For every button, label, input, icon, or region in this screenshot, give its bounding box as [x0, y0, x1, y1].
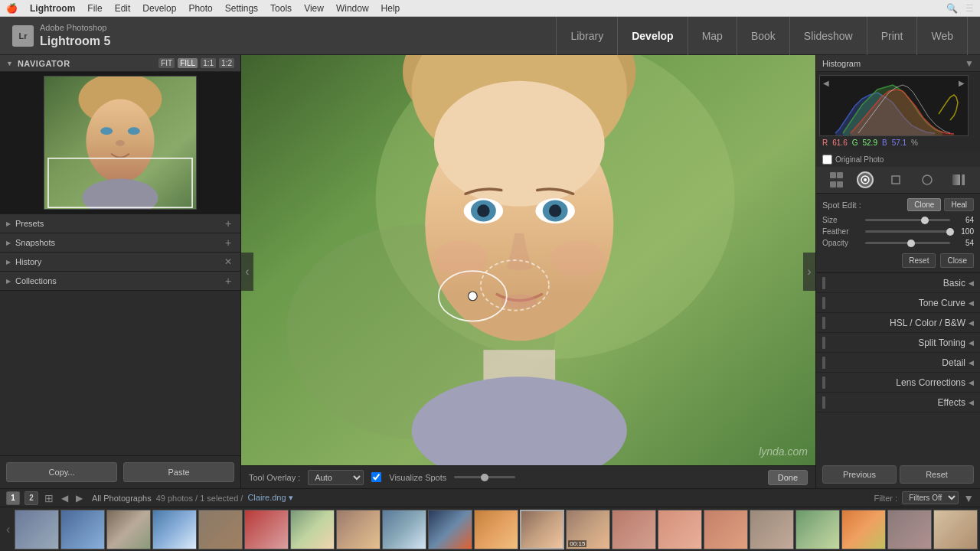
film-thumb-12[interactable] — [520, 510, 564, 549]
opacity-slider-thumb[interactable] — [907, 240, 915, 247]
filmstrip-grid-icon[interactable]: ⊞ — [43, 491, 55, 506]
collections-header[interactable]: ▶ Collections + — [0, 272, 240, 290]
feather-slider[interactable] — [865, 230, 950, 233]
menu-tools[interactable]: Tools — [270, 3, 292, 14]
film-thumb-19[interactable] — [841, 510, 886, 549]
grid-tool-icon[interactable] — [828, 171, 844, 189]
effects-module[interactable]: Effects ◀ — [816, 393, 980, 412]
film-thumb-20[interactable] — [887, 510, 932, 549]
menu-window[interactable]: Window — [336, 3, 369, 14]
film-thumb-1[interactable] — [15, 510, 59, 549]
original-photo-checkbox[interactable] — [822, 155, 832, 165]
spot-reset-button[interactable]: Reset — [902, 253, 936, 268]
image-area[interactable]: lynda.com — [241, 55, 815, 465]
visualize-slider[interactable] — [454, 476, 515, 478]
tab-slideshow[interactable]: Slideshow — [790, 17, 867, 55]
split-toning-module[interactable]: Split Toning ◀ — [816, 333, 980, 353]
filmstrip-filter-select[interactable]: Filters Off Flagged Rejected Rated — [902, 491, 959, 504]
menu-edit[interactable]: Edit — [115, 3, 131, 14]
histogram-expand-icon[interactable]: ▼ — [965, 58, 974, 69]
menu-view[interactable]: View — [304, 3, 324, 14]
tab-develop[interactable]: Develop — [618, 17, 688, 55]
filmstrip-prev-nav[interactable]: ◀ — [60, 491, 70, 505]
spot-heal-tool-icon[interactable] — [857, 171, 874, 188]
overlay-select[interactable]: Auto Always Never Selected — [308, 470, 364, 485]
history-close-icon[interactable]: ✕ — [222, 256, 234, 268]
filmstrip-next-nav[interactable]: ▶ — [74, 491, 84, 505]
film-thumb-16[interactable] — [704, 510, 748, 549]
filmstrip-dropdown-icon[interactable]: ▾ — [289, 493, 293, 502]
tab-library[interactable]: Library — [556, 17, 618, 55]
menu-photo[interactable]: Photo — [188, 3, 212, 14]
grad-tool-icon[interactable] — [949, 171, 968, 189]
film-thumb-6[interactable] — [244, 510, 289, 549]
size-slider-thumb[interactable] — [921, 217, 929, 224]
apple-menu[interactable]: 🍎 — [6, 3, 18, 14]
history-header[interactable]: ▶ History ✕ — [0, 253, 240, 271]
paste-button[interactable]: Paste — [123, 462, 234, 482]
presets-add-icon[interactable]: + — [222, 217, 234, 230]
histogram-left-arrow[interactable]: ◀ — [823, 79, 829, 87]
filmstrip-filter-icon[interactable]: ▼ — [963, 492, 974, 504]
presets-header[interactable]: ▶ Presets + — [0, 214, 240, 233]
copy-button[interactable]: Copy... — [6, 462, 117, 482]
film-thumb-8[interactable] — [336, 510, 381, 549]
film-thumb-21[interactable] — [933, 510, 978, 549]
visualize-spots-checkbox[interactable] — [371, 472, 381, 482]
detail-module[interactable]: Detail ◀ — [816, 353, 980, 373]
nav-fit-btn[interactable]: FIT — [158, 58, 175, 68]
film-thumb-17[interactable] — [750, 510, 794, 549]
basic-module[interactable]: Basic ◀ — [816, 273, 980, 293]
tab-web[interactable]: Web — [917, 17, 968, 55]
menu-help[interactable]: Help — [381, 3, 400, 14]
previous-button[interactable]: Previous — [822, 465, 897, 484]
snapshots-header[interactable]: ▶ Snapshots + — [0, 233, 240, 252]
app-name[interactable]: Lightroom — [30, 3, 75, 14]
film-thumb-3[interactable] — [106, 510, 151, 549]
histogram-right-arrow[interactable]: ▶ — [959, 79, 965, 87]
tab-print[interactable]: Print — [867, 17, 918, 55]
snapshots-add-icon[interactable]: + — [222, 236, 234, 249]
clone-button[interactable]: Clone — [907, 198, 941, 211]
heal-button[interactable]: Heal — [944, 198, 974, 211]
reset-all-button[interactable]: Reset — [900, 465, 974, 484]
tone-curve-module[interactable]: Tone Curve ◀ — [816, 293, 980, 313]
radial-tool-icon[interactable] — [918, 171, 936, 189]
lens-corrections-module[interactable]: Lens Corrections ◀ — [816, 373, 980, 393]
film-thumb-13[interactable]: 00:15 — [566, 510, 610, 549]
nav-fill-btn[interactable]: FILL — [178, 58, 198, 68]
film-thumb-10[interactable] — [428, 510, 472, 549]
film-thumb-4[interactable] — [152, 510, 197, 549]
collections-add-icon[interactable]: + — [222, 275, 234, 287]
left-panel-toggle[interactable]: ‹ — [241, 253, 253, 291]
menu-develop[interactable]: Develop — [142, 3, 176, 14]
nav-1-1-btn[interactable]: 1:1 — [201, 58, 216, 68]
film-thumb-11[interactable] — [474, 510, 518, 549]
menu-file[interactable]: File — [87, 3, 102, 14]
menu-list-icon[interactable]: ☰ — [965, 3, 974, 14]
search-icon[interactable]: 🔍 — [946, 3, 958, 14]
visualize-slider-thumb[interactable] — [481, 474, 488, 481]
film-thumb-5[interactable] — [198, 510, 243, 549]
filmstrip-page-1[interactable]: 1 — [6, 491, 20, 505]
film-thumb-18[interactable] — [795, 510, 840, 549]
navigator-header[interactable]: ▼ Navigator FIT FILL 1:1 1:2 — [0, 55, 240, 72]
filmstrip-selected-file[interactable]: Claire.dng ▾ — [247, 493, 292, 503]
nav-1-2-btn[interactable]: 1:2 — [219, 58, 234, 68]
feather-slider-thumb[interactable] — [946, 228, 954, 236]
opacity-slider[interactable] — [865, 242, 950, 244]
size-slider[interactable] — [865, 219, 950, 221]
done-button[interactable]: Done — [768, 470, 808, 485]
film-thumb-9[interactable] — [382, 510, 426, 549]
film-thumb-14[interactable] — [612, 510, 656, 549]
film-thumb-15[interactable] — [658, 510, 702, 549]
tab-book[interactable]: Book — [737, 17, 790, 55]
filmstrip-page-2[interactable]: 2 — [24, 491, 38, 505]
right-panel-toggle[interactable]: › — [803, 253, 815, 291]
spot-close-button[interactable]: Close — [940, 253, 974, 268]
film-thumb-2[interactable] — [60, 510, 105, 549]
menu-settings[interactable]: Settings — [225, 3, 258, 14]
crop-tool-icon[interactable] — [887, 171, 905, 189]
filmstrip-scroll-left[interactable]: ‹ — [3, 523, 13, 536]
film-thumb-7[interactable] — [290, 510, 335, 549]
